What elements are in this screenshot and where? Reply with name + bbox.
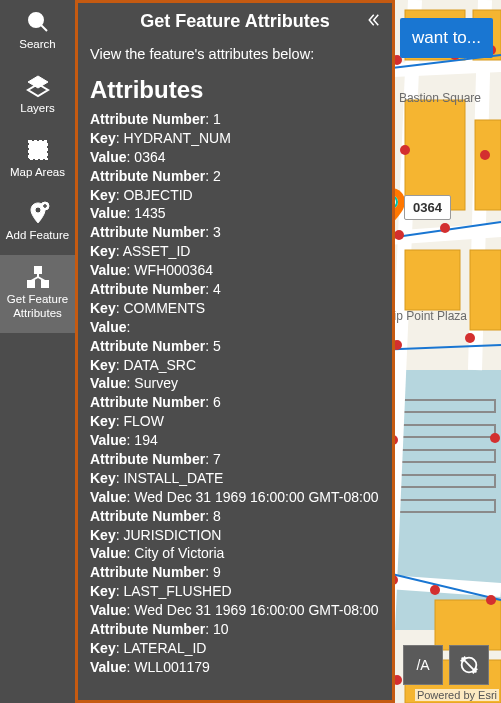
addfeature-icon (26, 201, 50, 225)
attribute-block: Attribute Number: 9Key: LAST_FLUSHEDValu… (90, 563, 380, 620)
svg-point-35 (490, 433, 500, 443)
map-label-bastion: Bastion Square (399, 92, 481, 105)
basemap-toggle-button[interactable]: /A (403, 645, 443, 685)
left-toolbar: SearchLayersMap AreasAdd FeatureGet Feat… (0, 0, 75, 703)
toolbar-item-addfeature[interactable]: Add Feature (0, 191, 75, 255)
toolbar-label: Map Areas (10, 166, 65, 180)
svg-rect-14 (405, 100, 465, 210)
i-want-to-button[interactable]: want to... (400, 18, 493, 58)
map-attribution: Powered by Esri (415, 689, 499, 701)
svg-line-43 (41, 25, 47, 31)
network-icon (26, 265, 50, 289)
svg-point-33 (465, 333, 475, 343)
attribute-block: Attribute Number: 3Key: ASSET_IDValue: W… (90, 223, 380, 280)
svg-rect-54 (42, 281, 48, 287)
attribute-block: Attribute Number: 5Key: DATA_SRCValue: S… (90, 337, 380, 394)
toolbar-item-search[interactable]: Search (0, 0, 75, 64)
attribute-block: Attribute Number: 8Key: JURISDICTIONValu… (90, 507, 380, 564)
feature-attributes-panel: Get Feature Attributes View the feature'… (75, 0, 395, 703)
attribute-block: Attribute Number: 4Key: COMMENTSValue: (90, 280, 380, 337)
toolbar-item-layers[interactable]: Layers (0, 64, 75, 128)
svg-point-42 (29, 13, 43, 27)
svg-rect-16 (405, 250, 460, 310)
attribute-block: Attribute Number: 6Key: FLOWValue: 194 (90, 393, 380, 450)
svg-point-38 (486, 595, 496, 605)
svg-rect-17 (470, 250, 501, 330)
attribute-block: Attribute Number: 10Key: LATERAL_IDValue… (90, 620, 380, 677)
attributes-list: Attribute Number: 1Key: HYDRANT_NUMValue… (90, 110, 380, 677)
attribute-block: Attribute Number: 1Key: HYDRANT_NUMValue… (90, 110, 380, 167)
svg-rect-46 (29, 141, 47, 159)
svg-rect-53 (28, 281, 34, 287)
svg-point-48 (35, 207, 41, 213)
svg-point-28 (400, 145, 410, 155)
toolbar-label: Layers (20, 102, 55, 116)
toolbar-item-getattrs[interactable]: Get Feature Attributes (0, 255, 75, 333)
svg-rect-52 (35, 267, 41, 273)
svg-rect-15 (475, 120, 501, 210)
mapareas-icon (26, 138, 50, 162)
svg-point-31 (440, 223, 450, 233)
layers-icon (26, 74, 50, 98)
svg-point-29 (480, 150, 490, 160)
search-icon (26, 10, 50, 34)
collapse-panel-button[interactable] (364, 11, 384, 31)
attribute-block: Attribute Number: 2Key: OBJECTIDValue: 1… (90, 167, 380, 224)
feature-callout[interactable]: 0364 (404, 195, 451, 220)
attributes-heading: Attributes (90, 76, 380, 104)
toolbar-item-mapareas[interactable]: Map Areas (0, 128, 75, 192)
attribute-block: Attribute Number: 7Key: INSTALL_DATEValu… (90, 450, 380, 507)
toolbar-label: Get Feature Attributes (2, 293, 73, 321)
toolbar-label: Add Feature (6, 229, 69, 243)
tools-button[interactable] (449, 645, 489, 685)
panel-title: Get Feature Attributes (88, 11, 382, 32)
toolbar-label: Search (19, 38, 55, 52)
svg-point-37 (430, 585, 440, 595)
svg-marker-44 (28, 76, 48, 88)
svg-point-30 (394, 230, 404, 240)
svg-rect-18 (435, 600, 501, 650)
panel-intro-text: View the feature's attributes below: (90, 46, 380, 62)
